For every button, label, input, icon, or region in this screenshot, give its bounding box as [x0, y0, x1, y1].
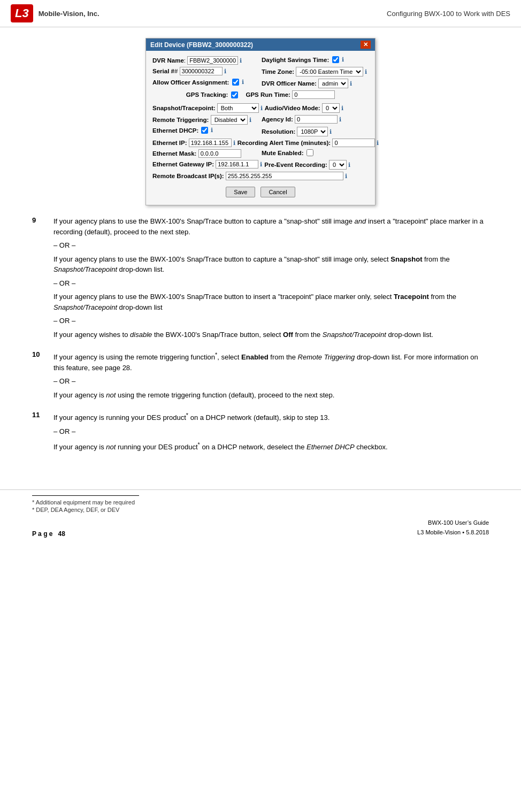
ethernet-dhcp-info-icon[interactable]: ℹ — [211, 127, 213, 134]
step-11-or-1: – OR – — [53, 426, 388, 437]
ethernet-ip-input[interactable]: 192.168.1.155 — [189, 139, 232, 147]
timezone-select[interactable]: -05:00 Eastern Time — [296, 67, 363, 76]
step-9-para-3: If your agency plans to use the BWX-100'… — [53, 292, 489, 312]
step-10-para-1: If your agency is using the remote trigg… — [53, 350, 489, 373]
guide-info: BWX-100 User’s Guide L3 Mobile-Vision • … — [417, 518, 489, 537]
ethernet-mask-label: Ethernet Mask: — [152, 150, 196, 157]
snapshot-select[interactable]: Both Snapshot Tracepoint Off — [217, 103, 259, 113]
gps-run-time-input[interactable]: 0 — [292, 90, 335, 99]
resolution-select[interactable]: 1080P — [297, 127, 328, 136]
ethernet-mask-input[interactable]: 0.0.0.0 — [198, 149, 241, 158]
ethernet-ip-label: Ethernet IP: — [152, 140, 187, 146]
step-9-para-1: If your agency plans to use the BWX-100'… — [53, 216, 489, 237]
dvr-name-input[interactable]: FBBW2_3000000 — [187, 56, 238, 65]
edit-device-dialog: Edit Device (FBBW2_3000000322) ✕ DVR Nam… — [145, 38, 376, 205]
remote-trigger-info-icon[interactable]: ℹ — [249, 117, 251, 124]
ethernet-dhcp-label: Ethernet DHCP: — [152, 127, 198, 134]
dialog-buttons: Save Cancel — [152, 182, 369, 200]
daylight-savings-label: Daylight Savings Time: — [262, 57, 329, 63]
dvr-officer-select[interactable]: admin — [318, 79, 348, 88]
gps-run-time-label: GPS Run Time: — [246, 91, 290, 98]
step-10-or-1: – OR – — [53, 376, 489, 387]
remote-broadcast-label: Remote Broadcast IP(s): — [152, 173, 224, 179]
dvr-officer-info-icon[interactable]: ℹ — [350, 80, 352, 87]
resolution-info-icon[interactable]: ℹ — [330, 128, 332, 135]
mute-enabled-label: Mute Enabled: — [262, 150, 304, 156]
page-header: L3 Mobile-Vision, Inc. Configuring BWX-1… — [0, 0, 521, 27]
page-footer: * Additional equipment may be required *… — [0, 489, 521, 542]
dialog-wrapper: Edit Device (FBBW2_3000000322) ✕ DVR Nam… — [32, 38, 489, 205]
recording-alert-label: Recording Alert Time (minutes): — [237, 140, 331, 146]
remote-broadcast-info-icon[interactable]: ℹ — [345, 173, 347, 180]
audio-video-select[interactable]: 0 — [322, 103, 340, 113]
step-10-text: If your agency is using the remote trigg… — [53, 350, 489, 403]
company-name: Mobile-Vision, Inc. — [39, 10, 99, 18]
ethernet-ip-info-icon[interactable]: ℹ — [233, 140, 235, 147]
step-9-or-1: – OR – — [53, 240, 489, 251]
footnote-1: * Additional equipment may be required — [32, 499, 489, 505]
step-10-para-2: If your agency is not using the remote t… — [53, 390, 489, 401]
audio-video-info-icon[interactable]: ℹ — [341, 105, 343, 112]
pre-event-label: Pre-Event Recording: — [264, 162, 327, 168]
pre-event-select[interactable]: 0 — [329, 160, 347, 170]
resolution-label: Resolution: — [262, 128, 295, 135]
step-11-number: 11 — [32, 411, 45, 455]
ethernet-gw-input[interactable]: 192.168.1.1 — [216, 160, 258, 168]
remote-trigger-label: Remote Triggering: — [152, 117, 209, 123]
pre-event-info-icon[interactable]: ℹ — [348, 162, 350, 168]
allow-officer-checkbox[interactable] — [232, 79, 239, 86]
dvr-name-label: DVR Name — [152, 57, 184, 64]
serial-label: Serial # — [152, 68, 174, 74]
dialog-close-button[interactable]: ✕ — [361, 41, 371, 49]
allow-officer-label: Allow Officer Assignment: — [152, 79, 229, 86]
cancel-button[interactable]: Cancel — [260, 187, 295, 197]
step-9-para-2: If your agency plans to use the BWX-100'… — [53, 254, 489, 275]
remote-broadcast-input[interactable] — [226, 172, 343, 180]
gps-tracking-label: GPS Tracking: — [186, 91, 228, 98]
dialog-body: DVR Name: FBBW2_3000000 ℹ Daylight Savin… — [146, 51, 375, 205]
page-title: Configuring BWX-100 to Work with DES — [387, 10, 510, 18]
step-11-text: If your agency is running your DES produ… — [53, 411, 388, 455]
snapshot-info-icon[interactable]: ℹ — [260, 105, 263, 112]
step-9-para-4: If your agency wishes to disable the BWX… — [53, 330, 489, 340]
ethernet-dhcp-checkbox[interactable] — [201, 127, 208, 134]
audio-video-label: Audio/Video Mode: — [265, 105, 320, 111]
snapshot-label: Snapshot/Tracepoint: — [152, 105, 216, 111]
dialog-title: Edit Device (FBBW2_3000000322) — [150, 41, 253, 49]
agency-id-input[interactable]: 0 — [295, 115, 338, 124]
recording-alert-input[interactable]: 0 — [332, 139, 375, 147]
gps-tracking-checkbox[interactable] — [231, 91, 238, 98]
agency-id-info-icon[interactable]: ℹ — [339, 116, 341, 123]
timezone-label: Time Zone: — [262, 68, 294, 75]
recording-alert-info-icon[interactable]: ℹ — [377, 140, 379, 147]
footer-bottom: P a g e 48 BWX-100 User’s Guide L3 Mobil… — [32, 518, 489, 537]
serial-info-icon[interactable]: ℹ — [224, 68, 226, 75]
daylight-savings-checkbox[interactable] — [332, 56, 339, 63]
save-button[interactable]: Save — [226, 187, 255, 197]
ethernet-gw-info-icon[interactable]: ℹ — [260, 161, 262, 168]
step-11-para-1: If your agency is running your DES produ… — [53, 411, 388, 423]
footnote-2: * DEP, DEA Agency, DEF, or DEV — [32, 507, 489, 513]
step-10-block: 10 If your agency is using the remote tr… — [32, 350, 489, 403]
step-9-number: 9 — [32, 216, 45, 343]
daylight-savings-info-icon[interactable]: ℹ — [342, 56, 344, 63]
logo-area: L3 Mobile-Vision, Inc. — [11, 4, 99, 22]
agency-id-label: Agency Id: — [262, 116, 293, 122]
ethernet-gw-label: Ethernet Gateway IP: — [152, 161, 214, 167]
dialog-title-bar: Edit Device (FBBW2_3000000322) ✕ — [146, 39, 375, 51]
step-9-block: 9 If your agency plans to use the BWX-10… — [32, 216, 489, 343]
step-9-or-2: – OR – — [53, 278, 489, 289]
page-content: Edit Device (FBBW2_3000000322) ✕ DVR Nam… — [0, 27, 521, 473]
dvr-name-info-icon[interactable]: ℹ — [240, 57, 242, 64]
step-9-or-3: – OR – — [53, 316, 489, 326]
step-11-para-2: If your agency is not running your DES p… — [53, 440, 388, 453]
dvr-officer-label: DVR Officer Name: — [262, 80, 317, 87]
serial-input[interactable]: 3000000322 — [180, 67, 223, 75]
step-10-number: 10 — [32, 350, 45, 403]
remote-trigger-select[interactable]: Disabled Enabled — [211, 115, 248, 125]
mute-enabled-checkbox[interactable] — [307, 149, 313, 156]
step-9-text: If your agency plans to use the BWX-100'… — [53, 216, 489, 343]
timezone-info-icon[interactable]: ℹ — [365, 68, 367, 75]
allow-officer-info-icon[interactable]: ℹ — [242, 79, 244, 86]
step-11-block: 11 If your agency is running your DES pr… — [32, 411, 489, 455]
